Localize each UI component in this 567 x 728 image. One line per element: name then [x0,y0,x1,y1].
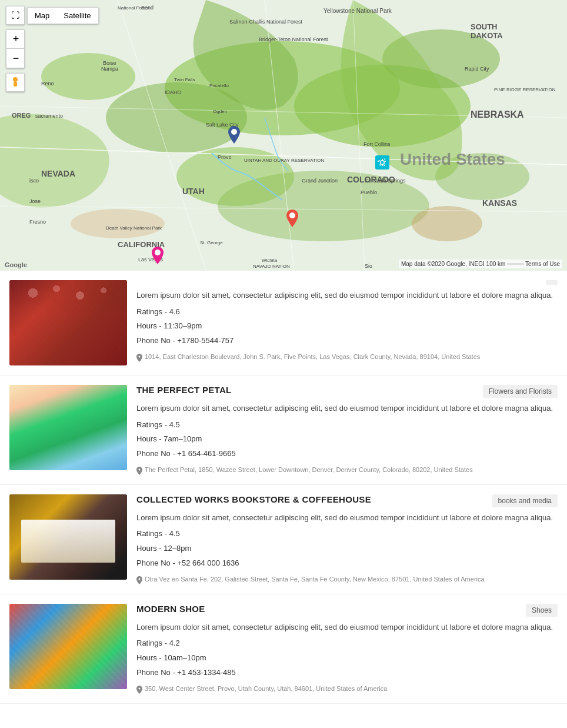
listing-content: COLLECTED WORKS BOOKSTORE & COFFEEHOUSE … [136,494,558,584]
listing-category-badge: Shoes [526,604,558,617]
map-marker-1[interactable] [228,126,240,146]
svg-text:UTAH: UTAH [182,187,205,196]
listing-address-text: 1014, East Charleston Boulevard, John S.… [145,353,480,360]
listing-ratings: Ratings - 4.6 [136,306,558,318]
listing-address: Otra Vez en Santa Fe, 202, Galisteo Stre… [136,576,558,584]
listing-ratings: Ratings - 4.5 [136,419,558,431]
svg-text:Jose: Jose [29,198,41,204]
listing-address: 1014, East Charleston Boulevard, John S.… [136,353,558,362]
listing-hours: Hours - 10am–10pm [136,652,558,664]
svg-text:National Forest: National Forest [118,5,150,11]
map-marker-4[interactable] [375,155,389,172]
location-pin-icon [136,686,142,694]
svg-point-61 [231,129,237,135]
svg-point-63 [155,250,161,255]
svg-text:sacramento: sacramento [35,113,63,119]
svg-text:DAKOTA: DAKOTA [471,31,503,40]
svg-text:Nampa: Nampa [101,66,118,72]
svg-text:Ogden: Ogden [213,109,227,114]
zoom-controls: + − [6,29,25,68]
location-pin-icon [136,467,142,475]
map-marker-3[interactable] [152,247,164,267]
listing-ratings: Ratings - 4.2 [136,637,558,650]
svg-text:United States: United States [400,150,505,168]
svg-text:Provo: Provo [218,154,232,160]
svg-text:Rapid City: Rapid City [465,66,489,72]
svg-text:IDAHO: IDAHO [165,89,182,95]
map-marker-2[interactable] [286,210,298,230]
listing-address: The Perfect Petal, 1850, Wazee Street, L… [136,466,558,475]
svg-text:UINTAH AND OURAY RESERVATION: UINTAH AND OURAY RESERVATION [244,158,324,163]
listing-hours: Hours - 11:30–9pm [136,320,558,333]
listing-phone: Phone No - +52 664 000 1636 [136,557,558,570]
svg-point-62 [289,212,295,218]
svg-text:NEBRASKA: NEBRASKA [471,109,524,119]
listing-hours: Hours - 12–8pm [136,543,558,555]
svg-text:NAVAJO NATION: NAVAJO NATION [253,264,290,269]
svg-text:Bridger-Teton National Forest: Bridger-Teton National Forest [259,36,328,42]
map-view-button[interactable]: Map [28,8,56,24]
listing-address-text: The Perfect Petal, 1850, Wazee Street, L… [145,466,473,473]
listing-header: THE PERFECT PETAL Flowers and Florists [136,385,558,398]
listing-phone: Phone No - +1780-5544-757 [136,335,558,347]
listing-address: 350, West Center Street, Provo, Utah Cou… [136,685,558,694]
svg-text:Salmon-Challis National Forest: Salmon-Challis National Forest [229,19,303,25]
svg-rect-60 [14,82,17,87]
listing-name: COLLECTED WORKS BOOKSTORE & COFFEEHOUSE [136,494,371,504]
listing-content: MODERN SHOE Shoes Lorem ipsum dolor sit … [136,604,558,694]
location-pin-icon [136,354,142,362]
svg-point-10 [412,206,482,241]
google-logo: Google [5,261,27,268]
listing-category-badge: books and media [492,494,558,507]
listing-content: Lorem ipsum dolor sit amet, consectetur … [136,280,558,365]
zoom-in-button[interactable]: + [6,30,25,49]
svg-text:Pocatello: Pocatello [209,83,229,88]
listing-address-text: 350, West Center Street, Provo, Utah Cou… [145,685,387,692]
location-pin-icon [136,576,142,584]
map-satellite-toggle: Map Satellite [27,7,99,24]
listing-hours: Hours - 7am–10pm [136,433,558,446]
svg-text:Sio: Sio [365,263,372,269]
fullscreen-button[interactable]: ⛶ [6,6,25,25]
svg-text:NEVADA: NEVADA [41,169,75,178]
svg-text:Boise: Boise [103,60,116,66]
listings-container: Lorem ipsum dolor sit amet, consectetur … [0,271,567,704]
listing-category-badge: Flowers and Florists [483,385,558,398]
listing-description: Lorem ipsum dolor sit amet, consectetur … [136,290,558,301]
svg-text:OREG: OREG [12,112,31,119]
listing-description: Lorem ipsum dolor sit amet, consectetur … [136,403,558,414]
svg-text:St. George: St. George [200,240,223,245]
map-controls: ⛶ Map Satellite + − [6,6,99,92]
listing-description: Lorem ipsum dolor sit amet, consectetur … [136,621,558,633]
listing-name: THE PERFECT PETAL [136,385,232,395]
svg-text:Colorado Springs: Colorado Springs [365,178,406,184]
listing-image [9,494,127,580]
svg-point-59 [13,77,18,82]
svg-text:isco: isco [29,178,39,184]
listing-name: MODERN SHOE [136,604,205,614]
listing-image [9,604,127,689]
svg-text:Wichita: Wichita [262,258,278,263]
listing-description: Lorem ipsum dolor sit amet, consectetur … [136,512,558,524]
listing-image [9,280,127,365]
street-view-button[interactable] [6,73,25,92]
listing-header [136,280,558,285]
listing-image [9,385,127,470]
map-container: NEVADA UTAH COLORADO NEBRASKA KANSAS ORE… [0,0,567,271]
listing-ratings: Ratings - 4.5 [136,528,558,540]
svg-text:Yellowstone National Park: Yellowstone National Park [323,8,392,14]
listing-category-badge [546,280,558,285]
listing-content: THE PERFECT PETAL Flowers and Florists L… [136,385,558,475]
listing-header: MODERN SHOE Shoes [136,604,558,617]
listing-phone: Phone No - +1 654-461-9665 [136,448,558,460]
zoom-out-button[interactable]: − [6,49,25,68]
listing-item: THE PERFECT PETAL Flowers and Florists L… [0,375,567,485]
listing-item: Lorem ipsum dolor sit amet, consectetur … [0,271,567,375]
map-attribution: Map data ©2020 Google, INEGI 100 km ────… [399,260,562,268]
svg-text:Fresno: Fresno [29,219,46,225]
svg-rect-64 [375,155,389,169]
satellite-view-button[interactable]: Satellite [56,8,98,24]
svg-text:Death Valley National Park: Death Valley National Park [106,225,162,231]
svg-text:Pueblo: Pueblo [361,190,377,195]
listing-item: COLLECTED WORKS BOOKSTORE & COFFEEHOUSE … [0,485,567,594]
